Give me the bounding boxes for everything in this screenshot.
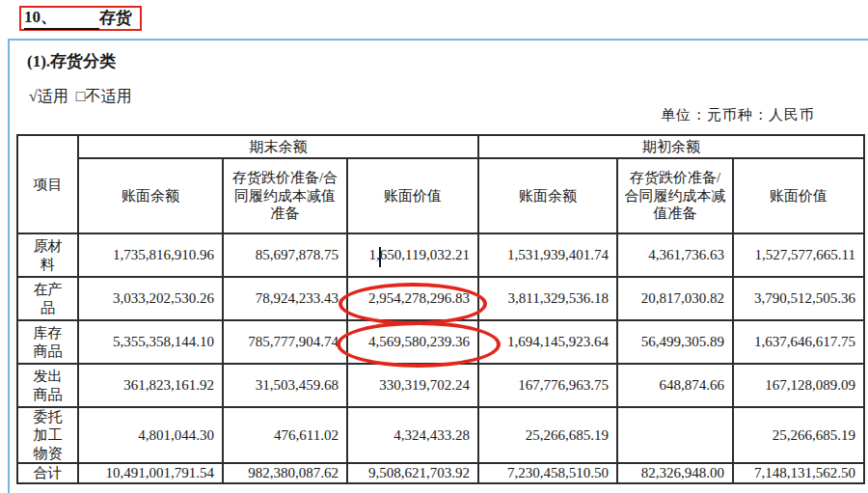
table-row-finished-goods: 库存商品 5,355,358,144.10 785,777,904.74 4,5… — [17, 320, 864, 364]
text-cursor — [379, 247, 381, 267]
table-row-goods-shipped: 发出商品 361,823,161.92 31,503,459.68 330,31… — [17, 364, 864, 407]
cell-value: 1,531,939,401.74 — [478, 233, 617, 277]
col-header-book-balance-ending: 账面余额 — [78, 158, 223, 233]
cell-value: 3,790,512,505.36 — [733, 277, 864, 320]
subsection-title: (1).存货分类 — [27, 50, 116, 72]
cell-value: 9,508,621,703.92 — [347, 463, 478, 483]
document-page: 10、 存货 (1).存货分类 √适用 □不适用 单位：元币种：人民币 项目 期… — [0, 0, 868, 493]
table-row-total: 合计 10,491,001,791.54 982,380,087.62 9,50… — [17, 463, 864, 483]
cell-value: 25,266,685.19 — [478, 407, 617, 463]
section-title-redbox: 10、 存货 — [19, 6, 142, 31]
cell-value: 3,033,202,530.26 — [78, 277, 223, 320]
cell-value: 4,361,736.63 — [617, 233, 733, 277]
inventory-classification-table: 项目 期末余额 期初余额 账面余额 存货跌价准备/合同履约成本减值准备 账面价值… — [16, 134, 865, 484]
cell-value: 167,128,089.09 — [733, 364, 864, 407]
col-header-item: 项目 — [17, 135, 78, 233]
col-header-book-value-ending: 账面价值 — [347, 158, 478, 233]
cell-value: 4,324,433.28 — [347, 407, 478, 463]
section-number: 10、 — [24, 6, 99, 30]
cell-value: 648,874.66 — [617, 364, 733, 407]
cell-value: 7,148,131,562.50 — [733, 463, 864, 483]
table-row-work-in-progress: 在产品 3,033,202,530.26 78,924,233.43 2,954… — [17, 277, 864, 320]
cell-value: 10,491,001,791.54 — [78, 463, 223, 483]
cell-value: 1,650,119,032.21 — [347, 233, 478, 277]
row-label: 委托加工物资 — [17, 407, 78, 463]
cell-value: 82,326,948.00 — [617, 463, 733, 483]
cell-value-circled: 2,954,278,296.83 — [347, 277, 478, 320]
cell-value: 25,266,685.19 — [733, 407, 864, 463]
col-header-provision-beginning: 存货跌价准备/合同履约成本减值准备 — [617, 158, 733, 233]
cell-value: 982,380,087.62 — [223, 463, 347, 483]
cell-value: 56,499,305.89 — [617, 320, 733, 364]
cell-value: 20,817,030.82 — [617, 277, 733, 320]
cell-value: 330,319,702.24 — [347, 364, 478, 407]
cell-value: 1,735,816,910.96 — [78, 233, 223, 277]
cell-value: 5,355,358,144.10 — [78, 320, 223, 364]
cell-value: 78,924,233.43 — [223, 277, 347, 320]
row-label: 在产品 — [17, 277, 78, 320]
cell-value: 3,811,329,536.18 — [478, 277, 617, 320]
cell-value: 4,801,044.30 — [78, 407, 223, 463]
cell-value: 785,777,904.74 — [223, 320, 347, 364]
cell-value: 1,637,646,617.75 — [733, 320, 864, 364]
cell-value: 1,694,145,923.64 — [478, 320, 617, 364]
section-title-text: 存货 — [99, 7, 132, 29]
col-header-book-value-beginning: 账面价值 — [733, 158, 864, 233]
cell-value: 31,503,459.68 — [223, 364, 347, 407]
cell-value: 7,230,458,510.50 — [478, 463, 617, 483]
cell-value-empty — [617, 407, 733, 463]
cell-value: 167,776,963.75 — [478, 364, 617, 407]
col-group-beginning-balance: 期初余额 — [478, 135, 864, 158]
table-row-raw-materials: 原材料 1,735,816,910.96 85,697,878.75 1,650… — [17, 233, 864, 277]
cell-value: 476,611.02 — [223, 407, 347, 463]
row-label: 合计 — [17, 463, 78, 483]
currency-unit-label: 单位：元币种：人民币 — [661, 106, 815, 124]
tab-underline — [57, 27, 99, 28]
cell-value-circled: 4,569,580,239.36 — [347, 320, 478, 364]
section-number-text: 10、 — [24, 6, 57, 28]
table-row-consigned-materials: 委托加工物资 4,801,044.30 476,611.02 4,324,433… — [17, 407, 864, 463]
row-label: 原材料 — [17, 233, 78, 277]
cell-value: 1,527,577,665.11 — [733, 233, 864, 277]
col-header-provision-ending: 存货跌价准备/合同履约成本减值准备 — [223, 158, 347, 233]
col-group-ending-balance: 期末余额 — [78, 135, 478, 158]
cell-value: 85,697,878.75 — [223, 233, 347, 277]
cell-value: 361,823,161.92 — [78, 364, 223, 407]
col-header-book-balance-beginning: 账面余额 — [478, 158, 617, 233]
applicability-line: √适用 □不适用 — [29, 87, 131, 107]
row-label: 发出商品 — [17, 364, 78, 407]
row-label: 库存商品 — [17, 320, 78, 364]
